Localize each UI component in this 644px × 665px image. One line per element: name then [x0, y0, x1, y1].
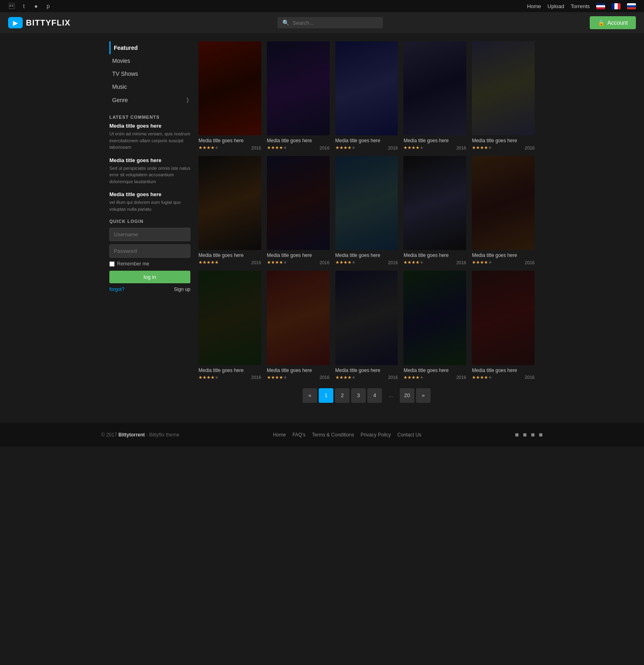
star-icon: ★ [403, 260, 407, 265]
star-icon: ★ [412, 260, 416, 265]
sidebar-item-genre[interactable]: Genre 〉 [109, 93, 190, 107]
media-card[interactable]: Media title goes here ★★★★★ 2016 [335, 156, 398, 265]
footer-twitter-icon[interactable]: ■ [523, 431, 527, 438]
page-next[interactable]: » [416, 388, 431, 403]
media-card[interactable]: Media title goes here ★★★★★ 2016 [335, 41, 398, 150]
star-rating: ★★★★★ [403, 145, 424, 150]
media-poster [198, 156, 261, 250]
media-year: 2016 [456, 260, 466, 265]
top-bar:  t ● p Home Upload Torrents [0, 0, 644, 12]
media-card[interactable]: Media title goes here ★★★★★ 2016 [267, 156, 330, 265]
footer-pinterest-icon[interactable]: ■ [539, 431, 543, 438]
media-year: 2016 [320, 260, 329, 265]
star-rating: ★★★★★ [472, 375, 492, 380]
header: BITTYFLIX 🔍 🔒 Account [0, 12, 644, 33]
footer-copy: © 2017 Bittytorrent - Bittyflix theme [101, 432, 179, 438]
footer-social: ■ ■ ■ ■ [515, 431, 543, 438]
page-prev[interactable]: « [303, 388, 317, 403]
star-icon: ★ [283, 145, 287, 150]
facebook-icon[interactable]:  [8, 2, 15, 10]
media-card[interactable]: Media title goes here ★★★★★ 2016 [472, 41, 535, 150]
media-card[interactable]: Media title goes here ★★★★★ 2016 [335, 271, 398, 380]
pagination: « 1 2 3 4 ... 20 » [198, 388, 535, 403]
media-card[interactable]: Media title goes here ★★★★★ 2016 [472, 156, 535, 265]
flag-fr[interactable] [612, 3, 621, 9]
footer-link-faq[interactable]: FAQ's [292, 432, 305, 438]
star-icon: ★ [198, 145, 203, 150]
sidebar-item-music[interactable]: Music [109, 80, 190, 93]
comment-item-1: Media title goes here Ut enim ad minima … [109, 123, 190, 151]
page-3[interactable]: 3 [351, 388, 366, 403]
media-title: Media title goes here [335, 252, 398, 258]
sidebar-item-featured[interactable]: Featured [109, 41, 190, 54]
media-title: Media title goes here [403, 368, 466, 373]
media-year: 2016 [388, 375, 398, 380]
media-card[interactable]: Media title goes here ★★★★★ 2016 [198, 41, 261, 150]
footer-link-contact[interactable]: Contact Us [397, 432, 421, 438]
star-icon: ★ [203, 375, 207, 380]
footer-instagram-icon[interactable]: ■ [531, 431, 535, 438]
media-card[interactable]: Media title goes here ★★★★★ 2016 [403, 41, 466, 150]
footer-link-home[interactable]: Home [273, 432, 286, 438]
star-rating: ★★★★★ [472, 260, 492, 265]
star-icon: ★ [267, 375, 271, 380]
page-1[interactable]: 1 [319, 388, 333, 403]
remember-checkbox[interactable] [109, 261, 115, 267]
media-card[interactable]: Media title goes here ★★★★★ 2016 [198, 156, 261, 265]
media-card[interactable]: Media title goes here ★★★★★ 2016 [472, 271, 535, 380]
search-input[interactable] [292, 20, 378, 26]
star-icon: ★ [416, 375, 420, 380]
media-card[interactable]: Media title goes here ★★★★★ 2016 [403, 271, 466, 380]
flag-uk[interactable] [596, 3, 605, 9]
media-meta: ★★★★★ 2016 [335, 375, 398, 380]
media-title: Media title goes here [472, 138, 535, 143]
instagram-icon[interactable]: ● [32, 2, 40, 10]
sidebar-item-tvshows[interactable]: TV Shows [109, 67, 190, 80]
star-icon: ★ [207, 375, 211, 380]
media-title: Media title goes here [198, 138, 261, 143]
star-icon: ★ [211, 375, 215, 380]
sidebar: Featured Movies TV Shows Music Genre 〉 L… [109, 41, 190, 407]
page-20[interactable]: 20 [400, 388, 414, 403]
media-title: Media title goes here [472, 252, 535, 258]
signup-link[interactable]: Sign up [174, 287, 190, 292]
comment-title-3: Media title goes here [109, 191, 190, 197]
nav-torrents[interactable]: Torrents [571, 3, 590, 9]
star-icon: ★ [198, 375, 203, 380]
star-icon: ★ [420, 375, 424, 380]
media-card[interactable]: Media title goes here ★★★★★ 2016 [267, 41, 330, 150]
nav-home[interactable]: Home [527, 3, 541, 9]
star-icon: ★ [198, 260, 203, 265]
login-button[interactable]: log in [109, 271, 190, 283]
media-card[interactable]: Media title goes here ★★★★★ 2016 [267, 271, 330, 380]
forgot-link[interactable]: forgot? [109, 287, 124, 292]
star-icon: ★ [203, 145, 207, 150]
media-card[interactable]: Media title goes here ★★★★★ 2016 [403, 156, 466, 265]
footer-link-terms[interactable]: Terms & Conditions [312, 432, 354, 438]
flag-ru[interactable] [627, 3, 636, 9]
search-box: 🔍 [277, 17, 383, 28]
sidebar-item-movies[interactable]: Movies [109, 54, 190, 67]
star-icon: ★ [412, 375, 416, 380]
twitter-icon[interactable]: t [20, 2, 28, 10]
page-4[interactable]: 4 [367, 388, 382, 403]
username-input[interactable] [109, 228, 190, 241]
star-icon: ★ [480, 145, 484, 150]
logo-text: BITTYFLIX [26, 18, 70, 28]
footer-facebook-icon[interactable]: ■ [515, 431, 519, 438]
media-poster [403, 271, 466, 365]
page-2[interactable]: 2 [335, 388, 350, 403]
star-icon: ★ [279, 375, 283, 380]
star-rating: ★★★★★ [335, 145, 356, 150]
media-card[interactable]: Media title goes here ★★★★★ 2016 [198, 271, 261, 380]
star-rating: ★★★★★ [335, 375, 356, 380]
password-input[interactable] [109, 244, 190, 258]
star-icon: ★ [403, 145, 407, 150]
media-poster [335, 156, 398, 250]
nav-upload[interactable]: Upload [548, 3, 564, 9]
logo[interactable]: BITTYFLIX [8, 17, 70, 28]
account-button[interactable]: 🔒 Account [590, 16, 636, 29]
star-icon: ★ [348, 375, 352, 380]
pinterest-icon[interactable]: p [45, 2, 52, 10]
footer-link-privacy[interactable]: Privacy Policy [360, 432, 391, 438]
